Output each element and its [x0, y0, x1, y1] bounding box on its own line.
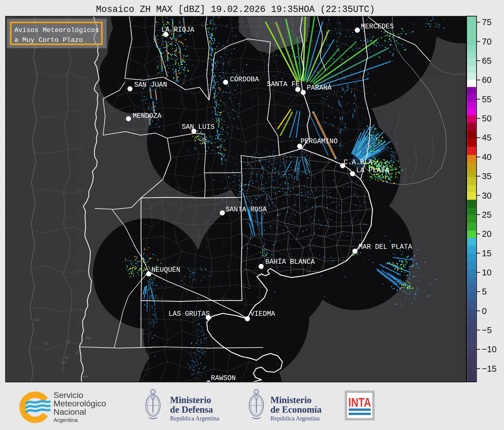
svg-text:MERCEDES: MERCEDES: [361, 23, 394, 31]
svg-text:LAS GRUTAS: LAS GRUTAS: [168, 310, 210, 318]
svg-text:INTA: INTA: [348, 395, 371, 409]
svg-text:15: 15: [482, 248, 491, 258]
svg-text:45: 45: [482, 133, 491, 142]
svg-text:SAN JUAN: SAN JUAN: [134, 81, 167, 89]
svg-text:35: 35: [482, 171, 491, 181]
svg-text:20: 20: [482, 229, 491, 239]
svg-text:Avisos Meteorológicos: Avisos Meteorológicos: [14, 26, 99, 34]
svg-text:VIEDMA: VIEDMA: [250, 310, 275, 318]
svg-text:Mosaico ZH MAX [dBZ] 19.02.202: Mosaico ZH MAX [dBZ] 19.02.2026 19:35HOA…: [96, 4, 375, 15]
svg-text:NEUQUÉN: NEUQUÉN: [151, 266, 180, 274]
svg-text:50: 50: [482, 114, 491, 123]
svg-text:60: 60: [482, 75, 491, 85]
svg-text:70: 70: [482, 37, 491, 46]
svg-text:10: 10: [482, 268, 491, 277]
svg-text:SANTA ROSA: SANTA ROSA: [226, 206, 267, 214]
svg-text:LA PLATA: LA PLATA: [356, 167, 389, 174]
svg-text:LA RIOJA: LA RIOJA: [161, 26, 194, 34]
svg-text:PERGAMINO: PERGAMINO: [301, 138, 338, 145]
svg-text:de Economía: de Economía: [270, 404, 322, 415]
svg-text:C.A.B.A.: C.A.B.A.: [344, 158, 376, 166]
svg-text:Meteorológico: Meteorológico: [53, 399, 106, 408]
svg-text:PARANÁ: PARANÁ: [307, 84, 332, 92]
svg-text:Nacional: Nacional: [53, 407, 86, 417]
svg-text:Argentina: Argentina: [53, 417, 78, 423]
svg-text:SANTA FE: SANTA FE: [267, 80, 300, 88]
svg-text:SAN LUIS: SAN LUIS: [182, 123, 215, 131]
svg-text:de Defensa: de Defensa: [170, 404, 213, 415]
svg-text:−5: −5: [482, 325, 492, 335]
svg-text:CÓRDOBA: CÓRDOBA: [230, 75, 259, 83]
svg-text:Servicio: Servicio: [53, 391, 83, 400]
svg-text:25: 25: [482, 210, 491, 219]
svg-text:65: 65: [482, 56, 491, 65]
svg-text:a Muy Corto Plazo: a Muy Corto Plazo: [14, 36, 83, 44]
svg-text:MENDOZA: MENDOZA: [133, 112, 162, 120]
svg-text:40: 40: [482, 152, 491, 162]
svg-text:55: 55: [482, 94, 491, 104]
svg-text:30: 30: [482, 191, 491, 200]
svg-text:MAR DEL PLATA: MAR DEL PLATA: [359, 243, 412, 251]
svg-text:0: 0: [482, 306, 487, 316]
svg-text:−15: −15: [482, 364, 497, 373]
svg-text:Ministerio: Ministerio: [170, 395, 211, 405]
svg-text:5: 5: [482, 287, 487, 296]
svg-text:−10: −10: [482, 344, 497, 354]
svg-text:Ministerio: Ministerio: [270, 395, 312, 405]
svg-text:República Argentina: República Argentina: [170, 415, 219, 422]
svg-text:RAWSON: RAWSON: [211, 374, 236, 382]
svg-text:República Argentina: República Argentina: [270, 415, 320, 422]
svg-text:BAHÍA BLANCA: BAHÍA BLANCA: [265, 258, 315, 266]
svg-text:75: 75: [482, 17, 491, 27]
